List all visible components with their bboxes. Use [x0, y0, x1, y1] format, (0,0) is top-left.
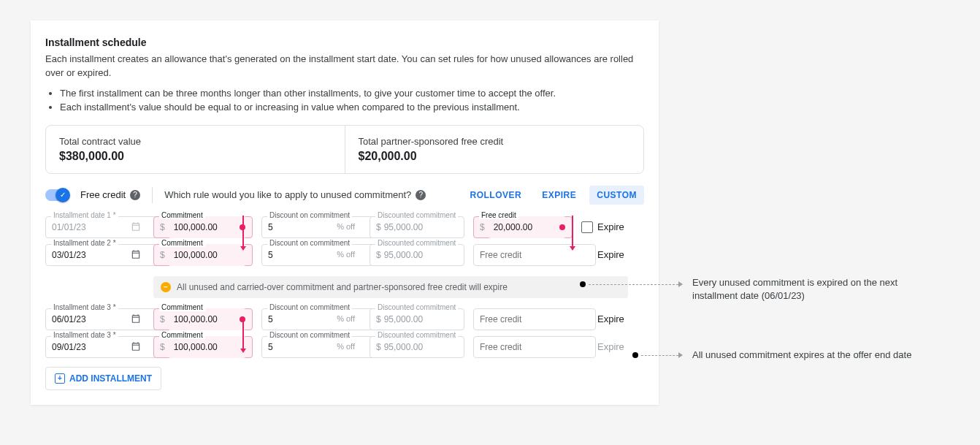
annotation-1: Every unused commitment is expired on th… [692, 276, 955, 303]
discount-field: Discount on commitment % off [261, 216, 361, 238]
commitment-input[interactable] [168, 216, 246, 238]
date-input [45, 216, 168, 238]
commitment-field: Commitment $ [153, 244, 253, 266]
installment-row: Installment date 2 * Commitment $ Discou… [45, 244, 644, 266]
total-credit-value: $20,000.00 [359, 150, 631, 163]
total-contract-value: $380,000.00 [59, 150, 332, 163]
commitment-field: Commitment $ [153, 216, 253, 238]
discount-field: Discount on commitment % off [261, 336, 361, 358]
rule-bullet: Each installment's value should be equal… [60, 100, 644, 115]
annotation-bullet-icon [632, 352, 638, 358]
arrow-down-icon [570, 216, 575, 251]
discounted-field: Discounted commitment $95,000.00 [370, 216, 464, 238]
add-installment-button[interactable]: + ADD INSTALLMENT [45, 367, 161, 390]
page-title: Installment schedule [45, 37, 644, 48]
installment-row: Installment date 3 * Commitment $ Discou… [45, 308, 644, 330]
free-credit-input[interactable] [473, 244, 596, 266]
commitment-field: Commitment $ [153, 308, 253, 330]
discount-input[interactable] [261, 336, 384, 358]
installment-row: Installment date 1 * Commitment $ Discou… [45, 216, 644, 238]
help-icon[interactable]: ? [130, 190, 140, 200]
free-credit-input[interactable] [473, 336, 596, 358]
discounted-field: Discounted commitment $95,000.00 [370, 308, 464, 330]
free-credit-field [473, 244, 573, 266]
rule-row: ✓ Free credit ? Which rule would you lik… [45, 186, 644, 205]
check-icon: ✓ [55, 188, 70, 202]
rollover-button[interactable]: ROLLOVER [463, 186, 529, 205]
date-field: Installment date 3 * [45, 308, 145, 330]
free-credit-field [473, 336, 573, 358]
arrow-right-icon [678, 352, 683, 358]
arrow-right-icon [678, 281, 683, 287]
highlight-dot-icon [559, 224, 565, 230]
date-field: Installment date 3 * [45, 336, 145, 358]
minus-circle-icon: − [161, 282, 171, 292]
total-credit-label: Total partner-sponsored free credit [359, 136, 631, 147]
expire-checkbox[interactable] [581, 221, 593, 233]
free-credit-field [473, 308, 573, 330]
total-credit-cell: Total partner-sponsored free credit $20,… [345, 126, 644, 173]
annotation-connector [589, 284, 678, 285]
discount-input[interactable] [261, 308, 384, 330]
rule-question: Which rule would you like to apply to un… [164, 189, 426, 200]
free-credit-input[interactable] [473, 308, 596, 330]
discounted-field: Discounted commitment $95,000.00 [370, 244, 464, 266]
annotation-bullet-icon [580, 281, 586, 287]
page-description: Each installment creates an allowance th… [45, 53, 644, 80]
help-icon[interactable]: ? [416, 190, 426, 200]
total-contract-cell: Total contract value $380,000.00 [46, 126, 345, 173]
commitment-input[interactable] [168, 336, 246, 358]
date-input[interactable] [45, 308, 168, 330]
commitment-input[interactable] [168, 244, 246, 266]
installment-schedule-panel: Installment schedule Each installment cr… [31, 20, 659, 405]
date-field: Installment date 2 * [45, 244, 145, 266]
date-field: Installment date 1 * [45, 216, 145, 238]
commitment-field: Commitment $ [153, 336, 253, 358]
free-credit-label: Free credit ? [80, 189, 140, 200]
expire-checkbox-wrap[interactable]: Expire [581, 221, 624, 233]
discount-input[interactable] [261, 244, 384, 266]
annotation-2: All unused commitment expires at the off… [692, 349, 970, 362]
installment-row: Installment date 3 * Commitment $ Discou… [45, 336, 644, 358]
rule-buttons: ROLLOVER EXPIRE CUSTOM [463, 186, 644, 205]
arrow-down-icon [240, 216, 246, 251]
custom-button[interactable]: CUSTOM [589, 186, 644, 205]
annotation-connector [641, 355, 678, 356]
arrow-down-icon [240, 318, 246, 353]
free-credit-input[interactable] [488, 216, 566, 238]
expiry-notice-bar: − All unused and carried-over commitment… [153, 276, 628, 298]
rule-bullet: The first installment can be three month… [60, 86, 644, 101]
free-credit-toggle[interactable]: ✓ [45, 189, 69, 201]
discounted-field: Discounted commitment $95,000.00 [370, 336, 464, 358]
totals-box: Total contract value $380,000.00 Total p… [45, 125, 644, 174]
discount-field: Discount on commitment % off [261, 308, 361, 330]
expire-button[interactable]: EXPIRE [535, 186, 583, 205]
discount-field: Discount on commitment % off [261, 244, 361, 266]
separator [152, 187, 153, 203]
total-contract-label: Total contract value [59, 136, 332, 147]
installment-rows: Installment date 1 * Commitment $ Discou… [45, 216, 644, 358]
commitment-input[interactable] [168, 308, 246, 330]
date-input[interactable] [45, 336, 168, 358]
discount-input[interactable] [261, 216, 384, 238]
free-credit-field: Free credit $ [473, 216, 573, 238]
plus-icon: + [55, 373, 65, 384]
rules-list: The first installment can be three month… [45, 86, 644, 115]
date-input[interactable] [45, 244, 168, 266]
